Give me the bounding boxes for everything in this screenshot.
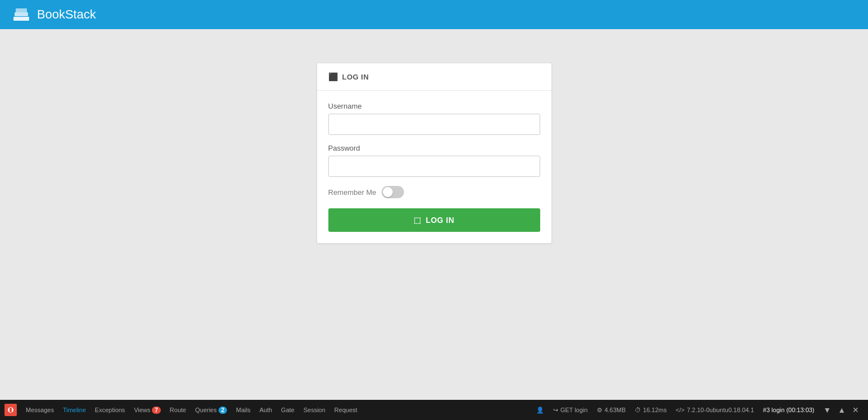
debug-php-icon: </> [676, 407, 685, 413]
debug-mails[interactable]: Mails [231, 400, 255, 420]
debug-bar-logo [4, 404, 17, 416]
debug-clock-icon: ⏱ [635, 407, 641, 413]
debug-php: </> 7.2.10-0ubuntu0.18.04.1 [671, 400, 759, 420]
debug-queries[interactable]: Queries 2 [191, 400, 231, 420]
debug-views[interactable]: Views 7 [129, 400, 165, 420]
svg-rect-1 [15, 12, 28, 16]
password-group: Password [328, 144, 540, 177]
remember-me-label: Remember Me [328, 188, 377, 197]
views-badge: 7 [152, 407, 161, 414]
password-label: Password [328, 144, 540, 152]
app-header: BookStack [0, 0, 868, 29]
svg-rect-0 [13, 17, 29, 21]
debug-php-value: 7.2.10-0ubuntu0.18.04.1 [687, 407, 754, 413]
debug-logo-icon [7, 406, 15, 414]
username-group: Username [328, 102, 540, 135]
remember-me-toggle[interactable] [382, 186, 404, 198]
debug-memory-value: 4.63MB [605, 407, 626, 413]
debug-user-icon: 👤 [536, 407, 544, 414]
debug-close-button[interactable]: ✕ [850, 404, 861, 416]
main-content: ⬛ LOG IN Username Password Remember Me ⬚ [0, 29, 868, 400]
login-card-title: LOG IN [342, 73, 369, 81]
queries-badge: 2 [219, 407, 228, 414]
svg-rect-4 [10, 408, 12, 412]
debug-session[interactable]: Session [299, 400, 329, 420]
debug-time-value: 16.12ms [643, 407, 667, 413]
debug-bar: Messages Timeline Exceptions Views 7 Rou… [0, 400, 868, 420]
debug-get-route: ↪ GET login [549, 400, 592, 420]
debug-memory: ⚙ 4.63MB [592, 400, 630, 420]
debug-time: ⏱ 16.12ms [630, 400, 671, 420]
logo-container: BookStack [11, 4, 96, 25]
debug-exceptions[interactable]: Exceptions [90, 400, 129, 420]
debug-auth[interactable]: Auth [255, 400, 277, 420]
login-button[interactable]: ⬚ LOG IN [328, 208, 540, 232]
debug-right-section: 👤 ↪ GET login ⚙ 4.63MB ⏱ 16.12ms </> 7.2… [532, 400, 864, 420]
debug-minimize-button[interactable]: ▼ [821, 404, 833, 416]
debug-expand-button[interactable]: ▲ [835, 404, 848, 416]
username-label: Username [328, 102, 540, 110]
debug-get-route-value: GET login [560, 407, 588, 413]
debug-action-buttons: ▼ ▲ ✕ [819, 404, 864, 416]
debug-timeline[interactable]: Timeline [58, 400, 90, 420]
login-card-body: Username Password Remember Me ⬚ LOG IN [317, 91, 551, 243]
login-card-header: ⬛ LOG IN [317, 63, 551, 91]
password-input[interactable] [328, 156, 540, 177]
debug-request[interactable]: Request [330, 400, 362, 420]
debug-user-icon-item: 👤 [532, 400, 549, 420]
debug-memory-icon: ⚙ [597, 407, 602, 414]
debug-messages[interactable]: Messages [21, 400, 58, 420]
login-button-label: LOG IN [426, 216, 454, 225]
login-button-icon: ⬚ [414, 216, 421, 225]
debug-session-value: #3 login (00:13:03) [763, 407, 815, 413]
remember-me-row: Remember Me [328, 186, 540, 198]
app-title: BookStack [37, 7, 96, 22]
debug-route-arrow-icon: ↪ [553, 407, 558, 414]
debug-session-info: #3 login (00:13:03) [759, 400, 819, 420]
debug-gate[interactable]: Gate [277, 400, 299, 420]
login-door-icon: ⬛ [328, 72, 338, 81]
toggle-slider [382, 186, 404, 198]
bookstack-logo-icon [11, 4, 31, 25]
username-input[interactable] [328, 114, 540, 135]
login-card: ⬛ LOG IN Username Password Remember Me ⬚ [317, 63, 552, 244]
debug-route[interactable]: Route [165, 400, 191, 420]
svg-rect-2 [16, 8, 27, 12]
